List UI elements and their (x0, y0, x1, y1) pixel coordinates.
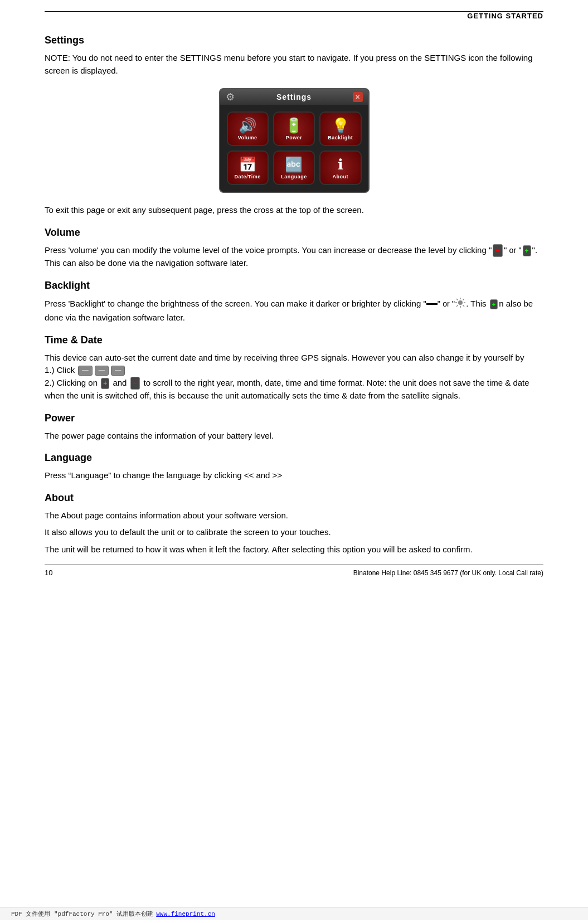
settings-backlight-button[interactable]: 💡 Backlight (319, 111, 361, 146)
settings-screen: ⚙ Settings ✕ 🔊 Volume 🔋 Power 💡 (219, 88, 370, 193)
settings-screen-header: ⚙ Settings ✕ (220, 89, 368, 105)
svg-point-0 (458, 300, 463, 305)
svg-line-5 (456, 299, 458, 300)
header: GETTING STARTED (45, 11, 543, 25)
language-section: Language Press “Language” to change the … (45, 452, 543, 482)
about-icon: ℹ (338, 157, 343, 172)
backlight-title: Backlight (45, 280, 543, 292)
about-section: About The About page contains informatio… (45, 492, 543, 556)
or-text-volume: or (509, 246, 516, 255)
language-label: Language (281, 174, 307, 179)
bright-indicator (455, 297, 466, 312)
power-text: The power page contains the information … (45, 430, 543, 443)
dim-indicator (426, 303, 438, 305)
gear-icon: ⚙ (226, 91, 235, 103)
language-title: Language (45, 452, 543, 464)
about-title: About (45, 492, 543, 504)
power-icon: 🔋 (285, 118, 303, 133)
about-text-2: It also allows you to default the unit o… (45, 526, 543, 539)
backlight-text: Press 'Backlight' to change the brightne… (45, 297, 543, 324)
date-btn-2: ── (95, 366, 109, 376)
datetime-icon: 📅 (239, 157, 256, 172)
settings-screen-title: Settings (276, 93, 312, 101)
settings-screen-container: ⚙ Settings ✕ 🔊 Volume 🔋 Power 💡 (45, 88, 543, 193)
language-icon: 🔤 (285, 157, 303, 172)
minus-icon-time: – (130, 377, 140, 390)
svg-line-8 (456, 305, 458, 307)
pdf-footer: PDF 文件使用 "pdfFactory Pro" 试用版本创建 www.fin… (0, 907, 588, 920)
settings-about-button[interactable]: ℹ About (319, 150, 361, 185)
settings-exit-text: To exit this page or exit any subsequent… (45, 204, 543, 217)
volume-text: Press 'volume' you can modify the volume… (45, 244, 543, 270)
about-label: About (333, 174, 349, 179)
footer-content: 10 Binatone Help Line: 0845 345 9677 (fo… (45, 569, 543, 577)
backlight-section: Backlight Press 'Backlight' to change th… (45, 280, 543, 324)
volume-icon: 🔊 (239, 118, 256, 133)
power-section: Power The power page contains the inform… (45, 412, 543, 443)
settings-section: Settings NOTE: You do not need to enter … (45, 35, 543, 217)
footer-helpline: Binatone Help Line: 0845 345 9677 (for U… (353, 569, 543, 577)
date-btn-3: ── (111, 366, 125, 376)
settings-title: Settings (45, 35, 543, 46)
plus-icon-backlight: + (490, 299, 498, 310)
volume-label: Volume (238, 135, 257, 140)
footer-page-number: 10 (45, 569, 52, 577)
settings-language-button[interactable]: 🔤 Language (273, 150, 315, 185)
time-date-section: Time & Date This device can auto-set the… (45, 334, 543, 402)
svg-line-6 (463, 305, 465, 307)
settings-datetime-button[interactable]: 📅 Date/Time (227, 150, 269, 185)
date-btn-1: ── (78, 366, 92, 376)
plus-icon-time: + (101, 378, 109, 389)
pdf-footer-link[interactable]: www.fineprint.cn (156, 911, 215, 917)
time-date-buttons-row: ── ── ── (78, 366, 125, 376)
about-text-1: The About page contains information abou… (45, 509, 543, 522)
settings-close-button[interactable]: ✕ (353, 92, 363, 102)
language-text: Press “Language” to change the language … (45, 469, 543, 482)
settings-volume-button[interactable]: 🔊 Volume (227, 111, 269, 146)
settings-grid: 🔊 Volume 🔋 Power 💡 Backlight 📅 Date/Time (220, 105, 368, 192)
footer-rule (45, 565, 543, 565)
header-title: GETTING STARTED (467, 12, 543, 20)
volume-title: Volume (45, 227, 543, 239)
settings-note: NOTE: You do not need to enter the SETTI… (45, 52, 543, 77)
or-text-backlight: or (443, 299, 449, 308)
power-label: Power (286, 135, 303, 140)
power-title: Power (45, 412, 543, 424)
backlight-label: Backlight (328, 135, 353, 140)
minus-icon: – (493, 244, 503, 257)
plus-icon: + (523, 245, 531, 256)
time-date-text: This device can auto-set the current dat… (45, 352, 543, 402)
svg-line-7 (463, 299, 465, 300)
about-text-3: The unit will be returned to how it was … (45, 543, 543, 556)
pdf-footer-text: PDF 文件使用 "pdfFactory Pro" 试用版本创建 (11, 910, 153, 918)
footer: 10 Binatone Help Line: 0845 345 9677 (fo… (0, 565, 588, 577)
volume-section: Volume Press 'volume' you can modify the… (45, 227, 543, 270)
datetime-label: Date/Time (234, 174, 260, 179)
settings-power-button[interactable]: 🔋 Power (273, 111, 315, 146)
time-date-title: Time & Date (45, 334, 543, 346)
backlight-icon: 💡 (332, 118, 349, 133)
